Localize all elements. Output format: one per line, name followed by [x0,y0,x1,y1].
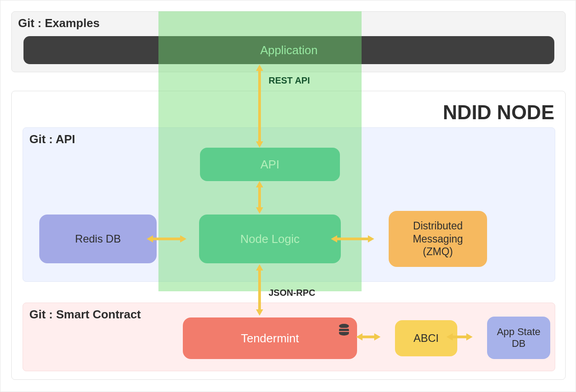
arrow-tend-abci-head-right [374,333,381,341]
arrow-api-logic [258,187,261,208]
box-redis: Redis DB [39,215,157,263]
arrow-api-logic-head-up [256,181,263,187]
arrow-tend-abci [362,336,375,338]
label-json-rpc: JSON-RPC [269,288,315,298]
label-rest-api: REST API [269,75,310,86]
box-appstate-l2: DB [512,338,526,350]
box-redis-label: Redis DB [75,233,121,245]
box-abci-label: ABCI [413,332,439,345]
arrow-logic-tendermint-head-down [256,309,263,316]
box-distributed-l3: (ZMQ) [423,245,453,258]
box-tendermint: Tendermint [183,317,357,359]
arrow-logic-tendermint-head-up [256,264,263,271]
arrow-logic-dist-head-left [331,235,337,243]
box-appstate: App State DB [487,317,550,359]
box-distributed-l1: Distributed [413,219,463,233]
arrow-logic-dist [336,238,369,240]
arrow-app-api [258,70,261,142]
arrow-logic-tendermint [258,270,261,310]
arrow-tend-abci-head-left [356,333,362,341]
arrow-app-api-head-down [256,141,263,148]
arrow-api-logic-head-down [256,207,263,214]
arrow-app-api-head-up [256,65,263,71]
panel-examples-title: Git : Examples [18,16,100,30]
box-distributed: Distributed Messaging (ZMQ) [389,211,487,267]
diagram-canvas: Git : Examples Application NDID NODE Git… [0,0,576,392]
panel-smart-title: Git : Smart Contract [29,308,141,322]
arrow-redis-logic-head-left [147,235,153,243]
arrow-abci-appstate-head-right [466,333,473,341]
arrow-redis-logic-head-right [180,235,186,243]
panel-api-title: Git : API [29,132,75,146]
box-distributed-l2: Messaging [413,233,463,246]
box-appstate-l1: App State [497,326,541,338]
arrow-logic-dist-head-right [368,235,374,243]
panel-ndid-title: NDID NODE [443,101,554,124]
arrow-abci-appstate [452,336,467,338]
panel-smart: Git : Smart Contract Tendermint ABCI App… [23,303,555,371]
arrow-redis-logic [152,238,181,240]
arrow-abci-appstate-head-left [446,333,453,341]
database-icon [339,324,349,336]
box-tendermint-label: Tendermint [241,331,299,345]
green-overlay [158,11,362,291]
